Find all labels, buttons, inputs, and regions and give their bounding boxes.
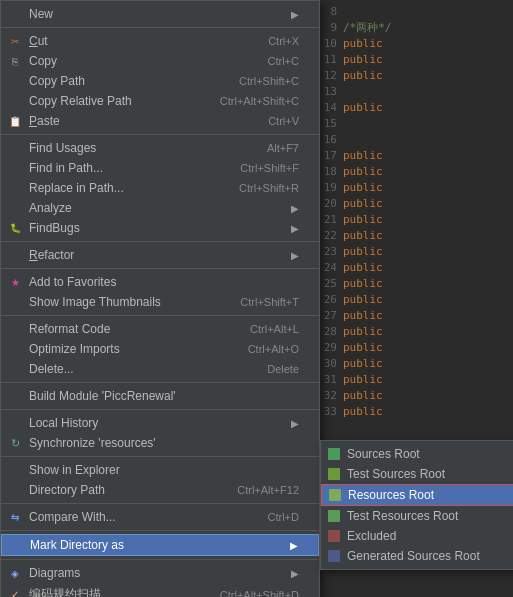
findbugs-icon: 🐛: [7, 220, 23, 236]
menu-shortcut-copy-relative-path: Ctrl+Alt+Shift+C: [220, 95, 299, 107]
test-sources-root-icon: [326, 466, 342, 482]
submenu-item-generated-sources-root-label: Generated Sources Root: [347, 549, 480, 563]
menu-item-diagrams[interactable]: ◈ Diagrams ▶: [1, 563, 319, 583]
menu-arrow-local-history: ▶: [291, 418, 299, 429]
menu-item-show-image-thumbnails[interactable]: Show Image Thumbnails Ctrl+Shift+T: [1, 292, 319, 312]
separator-5: [1, 315, 319, 316]
menu-item-copy-label: Copy: [29, 54, 248, 68]
menu-item-new-label: New: [29, 7, 291, 21]
submenu-item-test-resources-root-label: Test Resources Root: [347, 509, 458, 523]
menu-arrow-diagrams: ▶: [291, 568, 299, 579]
submenu-item-excluded[interactable]: Excluded: [321, 526, 513, 546]
menu-item-refactor[interactable]: Refactor ▶: [1, 245, 319, 265]
menu-shortcut-show-image-thumbnails: Ctrl+Shift+T: [240, 296, 299, 308]
submenu-item-excluded-label: Excluded: [347, 529, 396, 543]
paste-icon: 📋: [7, 113, 23, 129]
menu-item-optimize-imports[interactable]: Optimize Imports Ctrl+Alt+O: [1, 339, 319, 359]
menu-item-add-to-favorites-label: Add to Favorites: [29, 275, 299, 289]
menu-item-optimize-imports-label: Optimize Imports: [29, 342, 228, 356]
menu-item-diagrams-label: Diagrams: [29, 566, 291, 580]
menu-item-copy-path-label: Copy Path: [29, 74, 219, 88]
menu-item-code-check[interactable]: ✓ 编码规约扫描 Ctrl+Alt+Shift+D: [1, 583, 319, 597]
menu-item-copy-path[interactable]: Copy Path Ctrl+Shift+C: [1, 71, 319, 91]
resources-root-icon: [327, 487, 343, 503]
menu-item-directory-path[interactable]: Directory Path Ctrl+Alt+F12: [1, 480, 319, 500]
menu-shortcut-reformat-code: Ctrl+Alt+L: [250, 323, 299, 335]
menu-item-mark-directory-as-label: Mark Directory as: [30, 538, 290, 552]
menu-item-delete[interactable]: Delete... Delete: [1, 359, 319, 379]
menu-item-build-module[interactable]: Build Module 'PiccRenewal': [1, 386, 319, 406]
menu-item-replace-in-path[interactable]: Replace in Path... Ctrl+Shift+R: [1, 178, 319, 198]
copy-icon: ⎘: [7, 53, 23, 69]
menu-item-directory-path-label: Directory Path: [29, 483, 217, 497]
separator-8: [1, 456, 319, 457]
menu-item-findbugs-label: FindBugs: [29, 221, 291, 235]
menu-item-local-history[interactable]: Local History ▶: [1, 413, 319, 433]
cut-icon: ✂: [7, 33, 23, 49]
submenu-item-test-sources-root-label: Test Sources Root: [347, 467, 445, 481]
menu-shortcut-find-in-path: Ctrl+Shift+F: [240, 162, 299, 174]
menu-item-find-in-path-label: Find in Path...: [29, 161, 220, 175]
separator-3: [1, 241, 319, 242]
menu-shortcut-find-usages: Alt+F7: [267, 142, 299, 154]
separator-11: [1, 559, 319, 560]
menu-item-delete-label: Delete...: [29, 362, 247, 376]
menu-item-cut[interactable]: ✂ Cut Ctrl+X: [1, 31, 319, 51]
separator-9: [1, 503, 319, 504]
menu-item-copy-relative-path[interactable]: Copy Relative Path Ctrl+Alt+Shift+C: [1, 91, 319, 111]
mark-directory-as-submenu: Sources Root Test Sources Root Resources…: [320, 440, 513, 570]
menu-item-analyze[interactable]: Analyze ▶: [1, 198, 319, 218]
menu-item-add-to-favorites[interactable]: ★ Add to Favorites: [1, 272, 319, 292]
menu-arrow-analyze: ▶: [291, 203, 299, 214]
menu-item-mark-directory-as[interactable]: Mark Directory as ▶: [1, 534, 319, 556]
menu-item-code-check-label: 编码规约扫描: [29, 586, 200, 597]
menu-arrow-refactor: ▶: [291, 250, 299, 261]
compare-icon: ⇆: [7, 509, 23, 525]
menu-shortcut-delete: Delete: [267, 363, 299, 375]
star-icon: ★: [7, 274, 23, 290]
menu-arrow-mark-directory-as: ▶: [290, 540, 298, 551]
menu-shortcut-compare-with: Ctrl+D: [268, 511, 299, 523]
menu-item-refactor-label: Refactor: [29, 248, 291, 262]
submenu-item-generated-sources-root[interactable]: Generated Sources Root: [321, 546, 513, 566]
menu-shortcut-cut: Ctrl+X: [268, 35, 299, 47]
menu-item-findbugs[interactable]: 🐛 FindBugs ▶: [1, 218, 319, 238]
menu-item-compare-with[interactable]: ⇆ Compare With... Ctrl+D: [1, 507, 319, 527]
sync-icon: ↻: [7, 435, 23, 451]
menu-item-paste[interactable]: 📋 Paste Ctrl+V: [1, 111, 319, 131]
menu-shortcut-copy-path: Ctrl+Shift+C: [239, 75, 299, 87]
menu-item-copy-relative-path-label: Copy Relative Path: [29, 94, 200, 108]
submenu-item-resources-root-label: Resources Root: [348, 488, 434, 502]
menu-shortcut-replace-in-path: Ctrl+Shift+R: [239, 182, 299, 194]
menu-item-paste-label: Paste: [29, 114, 248, 128]
menu-item-compare-with-label: Compare With...: [29, 510, 248, 524]
separator-4: [1, 268, 319, 269]
menu-item-copy[interactable]: ⎘ Copy Ctrl+C: [1, 51, 319, 71]
menu-item-reformat-code[interactable]: Reformat Code Ctrl+Alt+L: [1, 319, 319, 339]
code-check-icon: ✓: [7, 587, 23, 598]
separator-7: [1, 409, 319, 410]
submenu-item-test-sources-root[interactable]: Test Sources Root: [321, 464, 513, 484]
submenu-item-resources-root[interactable]: Resources Root: [321, 484, 513, 506]
menu-item-build-module-label: Build Module 'PiccRenewal': [29, 389, 299, 403]
menu-item-find-in-path[interactable]: Find in Path... Ctrl+Shift+F: [1, 158, 319, 178]
menu-item-show-in-explorer-label: Show in Explorer: [29, 463, 299, 477]
menu-shortcut-code-check: Ctrl+Alt+Shift+D: [220, 589, 299, 598]
diagrams-icon: ◈: [7, 565, 23, 581]
menu-item-new[interactable]: New ▶: [1, 4, 319, 24]
submenu-item-sources-root[interactable]: Sources Root: [321, 444, 513, 464]
menu-item-synchronize[interactable]: ↻ Synchronize 'resources': [1, 433, 319, 453]
menu-arrow-new: ▶: [291, 9, 299, 20]
menu-item-show-in-explorer[interactable]: Show in Explorer: [1, 460, 319, 480]
test-resources-root-icon: [326, 508, 342, 524]
context-menu: New ▶ ✂ Cut Ctrl+X ⎘ Copy Ctrl+C Copy Pa…: [0, 0, 320, 597]
menu-item-reformat-code-label: Reformat Code: [29, 322, 230, 336]
separator-6: [1, 382, 319, 383]
separator-2: [1, 134, 319, 135]
menu-item-replace-in-path-label: Replace in Path...: [29, 181, 219, 195]
menu-shortcut-directory-path: Ctrl+Alt+F12: [237, 484, 299, 496]
excluded-icon: [326, 528, 342, 544]
menu-item-find-usages[interactable]: Find Usages Alt+F7: [1, 138, 319, 158]
menu-shortcut-optimize-imports: Ctrl+Alt+O: [248, 343, 299, 355]
submenu-item-test-resources-root[interactable]: Test Resources Root: [321, 506, 513, 526]
